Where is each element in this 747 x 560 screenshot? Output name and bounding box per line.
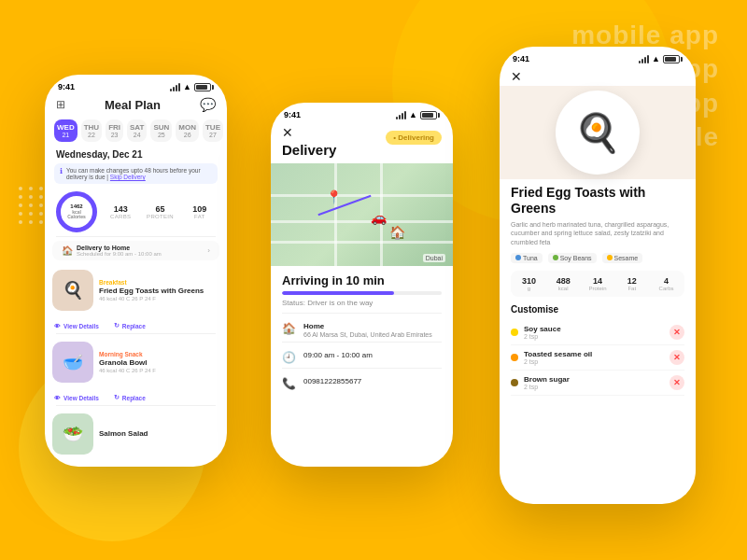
p3-customise-title: Customise xyxy=(511,304,684,315)
p1-meal-1-info: Breakfast Fried Egg Toasts with Greens 4… xyxy=(99,279,219,301)
p1-info-text: You can make changes upto 48 hours befor… xyxy=(66,167,212,180)
p2-progress-fill xyxy=(282,291,394,295)
p1-eye-icon-2: 👁 xyxy=(54,395,61,401)
p1-meal-card-3: 🥗 Salmon Salad xyxy=(52,410,219,458)
p3-ing-dot-sesame-oil xyxy=(511,354,518,361)
p1-time: 9:41 xyxy=(58,82,75,91)
p2-map: 📍 🚗 🏠 Dubai xyxy=(271,163,453,266)
p1-view-details-btn-1[interactable]: 👁 View Details xyxy=(54,322,99,329)
p1-carbs: 143 CARBS xyxy=(105,204,136,219)
p1-eye-icon-1: 👁 xyxy=(54,323,61,329)
p3-ing-soy-sauce-left: Soy sauce 2 tsp xyxy=(511,325,561,340)
p2-time: 9:41 xyxy=(284,110,301,119)
p1-divider-3 xyxy=(56,405,216,406)
p3-wifi-icon: ▲ xyxy=(652,54,660,63)
p1-replace-btn-2[interactable]: ↻ Replace xyxy=(114,394,146,401)
p2-pin-driver: 🚗 xyxy=(371,210,387,225)
p1-cal-tue[interactable]: TUE 27 xyxy=(203,119,223,142)
p1-delivery-row[interactable]: 🏠 Delivery to Home Scheduled for 9:00 am… xyxy=(52,241,219,260)
p2-status-bar: 9:41 ▲ xyxy=(271,103,453,123)
p2-signal-icon xyxy=(396,110,406,119)
p2-road-v1 xyxy=(334,163,337,266)
p3-remove-soy-sauce-btn[interactable]: ✕ xyxy=(669,325,684,340)
p1-cal-mon[interactable]: MON 26 xyxy=(176,119,199,142)
p2-road-h2 xyxy=(271,220,453,223)
p2-road-h1 xyxy=(271,194,453,197)
p1-menu-icon[interactable]: ⊞ xyxy=(56,98,65,111)
p1-battery-icon xyxy=(194,83,214,91)
p3-status-bar: 9:41 ▲ xyxy=(500,47,696,67)
p2-map-label: Dubai xyxy=(423,254,445,262)
p3-ing-brown-sugar-left: Brown sugar 2 tsp xyxy=(511,375,570,390)
p1-replace-btn-1[interactable]: ↻ Replace xyxy=(114,322,146,329)
p2-header-area: ✕ Delivery • Delivering xyxy=(271,123,453,163)
p1-meal-2-info: Morning Snack Granola Bowl 46 kcal 40 C … xyxy=(99,351,219,373)
p1-cal-wed[interactable]: WED 21 xyxy=(54,119,78,142)
p3-remove-sesame-oil-btn[interactable]: ✕ xyxy=(669,350,684,365)
p1-divider-1 xyxy=(56,236,216,237)
p3-ing-brown-sugar-info: Brown sugar 2 tsp xyxy=(524,375,570,390)
p1-calories-donut: 1462 kcal Calories xyxy=(56,191,97,232)
p3-ing-sesame-oil-left: Toasted sesame oil 2 tsp xyxy=(511,350,592,365)
p3-remove-brown-sugar-btn[interactable]: ✕ xyxy=(669,375,684,390)
p1-status-icons: ▲ xyxy=(170,82,214,91)
p3-tag-sesame: Sesame xyxy=(602,253,643,263)
p1-cal-sun[interactable]: SUN 25 xyxy=(150,119,172,142)
p1-meal-3-image: 🥗 xyxy=(52,413,93,455)
p3-nutrition-row: 310 g 488 kcal 14 Protein 12 Fat 4 Car xyxy=(511,271,684,297)
p1-delivery-icon: 🏠 xyxy=(62,245,73,256)
phones-container: 9:41 ▲ ⊞ Meal Plan 💬 xyxy=(0,0,747,560)
p1-cal-sat[interactable]: SAT 24 xyxy=(127,119,147,142)
p1-delivery-chevron-icon: › xyxy=(207,246,210,255)
p1-replace-icon-1: ↻ xyxy=(114,322,120,329)
p3-tag-soybeans: Soy Beans xyxy=(548,253,597,263)
p1-title: Meal Plan xyxy=(105,98,161,112)
p2-status-icons: ▲ xyxy=(396,110,440,119)
p2-address-info: Home 66 Al Marsa St, Dubai, United Arab … xyxy=(303,321,432,338)
p1-meal-card-1: 🍳 Breakfast Fried Egg Toasts with Greens… xyxy=(52,266,219,315)
p1-meal-1-image: 🍳 xyxy=(52,270,93,311)
p2-road-h3 xyxy=(271,241,453,244)
p3-ing-dot-brown-sugar xyxy=(511,379,518,386)
p3-nutr-carbs: 4 Carbs xyxy=(652,276,681,291)
p1-meal-card-2: 🥣 Morning Snack Granola Bowl 46 kcal 40 … xyxy=(52,338,219,386)
p3-food-plate: 🍳 xyxy=(556,91,640,175)
p1-signal-icon xyxy=(170,82,180,91)
p1-skip-link[interactable]: Skip Delivery xyxy=(110,174,146,180)
p2-address-row: 🏠 Home 66 Al Marsa St, Dubai, United Ara… xyxy=(271,314,453,342)
p1-view-details-btn-2[interactable]: 👁 View Details xyxy=(54,394,99,401)
p3-close-button[interactable]: ✕ xyxy=(500,67,696,86)
p2-map-bg: 📍 🚗 🏠 Dubai xyxy=(271,163,453,266)
p2-status-text: Status: Driver is on the way xyxy=(271,299,453,313)
p3-tag-tuna: Tuna xyxy=(511,253,543,263)
p1-meal-3-info: Salmon Salad xyxy=(99,429,219,439)
phone-food-detail: 9:41 ▲ ✕ 🍳 Fried Egg xyxy=(500,47,696,504)
p2-phone-row: 📞 00981222855677 xyxy=(271,369,453,394)
p3-food-title: Fried Egg Toasts with Greens xyxy=(511,185,684,217)
p1-wifi-icon: ▲ xyxy=(183,82,191,91)
p3-tag-dot-soybeans xyxy=(553,255,558,260)
p1-meal-2-actions: 👁 View Details ↻ Replace xyxy=(45,392,227,401)
p2-pin-start: 📍 xyxy=(326,189,342,204)
p1-chat-icon[interactable]: 💬 xyxy=(200,97,216,112)
p1-cal-fri[interactable]: FRI 23 xyxy=(106,119,123,142)
p1-header: ⊞ Meal Plan 💬 xyxy=(45,95,227,118)
p3-ingredient-sesame-oil: Toasted sesame oil 2 tsp ✕ xyxy=(511,345,684,371)
p2-clock-icon: 🕘 xyxy=(282,351,296,364)
p3-nutr-kcal: 488 kcal xyxy=(549,276,578,291)
p2-home-icon: 🏠 xyxy=(282,322,296,335)
p2-battery-icon xyxy=(420,111,440,119)
p3-nutr-weight: 310 g xyxy=(514,276,543,291)
p1-cal-thu[interactable]: THU 22 xyxy=(81,119,102,142)
p1-protein: 65 PROTEIN xyxy=(144,204,176,219)
p1-date-label: Wednesday, Dec 21 xyxy=(45,144,227,161)
p2-eta-text: Arriving in 10 min xyxy=(271,266,453,289)
p2-phone-icon: 📞 xyxy=(282,377,296,390)
p3-signal-icon xyxy=(639,54,649,63)
p3-status-icons: ▲ xyxy=(639,54,683,63)
p1-divider-2 xyxy=(56,333,216,334)
phone-meal-plan: 9:41 ▲ ⊞ Meal Plan 💬 xyxy=(45,75,227,467)
p1-delivery-info: 🏠 Delivery to Home Scheduled for 9:00 am… xyxy=(62,245,162,257)
p1-fat: 109 FAT xyxy=(184,204,216,219)
p3-ingredient-brown-sugar: Brown sugar 2 tsp ✕ xyxy=(511,371,684,396)
